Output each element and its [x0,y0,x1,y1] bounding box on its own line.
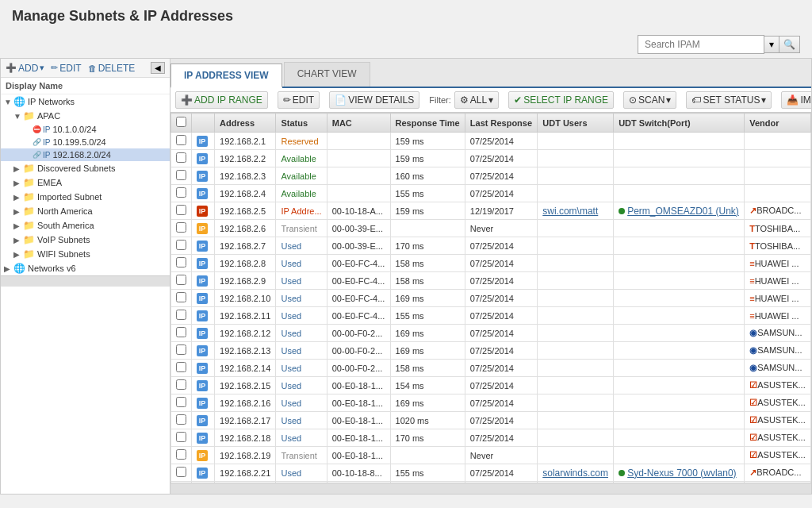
col-udt-users[interactable]: UDT Users [538,114,614,133]
row-checkbox[interactable] [176,397,186,407]
row-checkbox[interactable] [176,275,186,285]
row-checkbox-cell[interactable] [171,360,192,377]
row-checkbox[interactable] [176,414,186,425]
row-checkbox[interactable] [176,205,186,215]
delete-button[interactable]: 🗑 DELETE [88,63,136,74]
row-checkbox[interactable] [176,449,186,460]
row-checkbox[interactable] [176,257,186,267]
tree-item-10.1.0.0[interactable]: ⛔ IP 10.1.0.0/24 [1,123,170,136]
table-row: IP 192.168.2.18 Used 00-E0-18-1... 170 m… [171,429,811,447]
col-mac[interactable]: MAC [327,114,390,133]
col-status[interactable]: Status [276,114,327,133]
row-checkbox[interactable] [176,467,186,477]
import-button[interactable]: 📥 IMPORT ▾ [781,91,812,109]
row-checkbox[interactable] [176,310,186,320]
row-checkbox-cell[interactable] [171,237,192,255]
edit-button[interactable]: ✏ EDIT [51,63,81,74]
toolbar-edit-button[interactable]: ✏ EDIT [278,91,320,109]
udt-switch-link[interactable]: Perm_OMSEAZD01 (Unk) [627,206,739,217]
tree-item-192.168.2.0[interactable]: 🔗 IP 192.168.2.0/24 [1,148,170,161]
tree-item-south-america[interactable]: ▶ 📁 South America [1,218,170,233]
row-checkbox[interactable] [176,292,186,302]
row-checkbox[interactable] [176,379,186,390]
search-input[interactable] [638,35,764,54]
row-checkbox-cell[interactable] [171,167,192,185]
row-status: Used [276,307,327,325]
col-vendor[interactable]: Vendor [745,114,811,133]
select-all-checkbox[interactable] [176,117,186,127]
row-checkbox[interactable] [176,344,186,355]
row-checkbox[interactable] [176,327,186,337]
tree-item-networks-v6[interactable]: ▶ 🌐 Networks v6 [1,261,170,275]
row-udt-switch[interactable]: Syd-Nexus 7000 (wvlan0) [614,464,745,482]
row-checkbox-cell[interactable] [171,133,192,150]
set-status-button[interactable]: 🏷 SET STATUS ▾ [686,91,772,109]
row-checkbox-cell[interactable] [171,272,192,290]
sidebar-horizontal-scrollbar[interactable] [1,275,170,287]
row-checkbox-cell[interactable] [171,394,192,412]
row-checkbox-cell[interactable] [171,255,192,272]
tree-item-apac[interactable]: ▼ 📁 APAC [1,109,170,123]
row-checkbox[interactable] [176,152,186,163]
row-checkbox-cell[interactable] [171,202,192,220]
subnet-icon-10.1: IP [43,125,50,134]
row-checkbox[interactable] [176,187,186,198]
row-checkbox-cell[interactable] [171,150,192,167]
row-checkbox[interactable] [176,362,186,372]
row-udt-users[interactable]: swi.com\matt [538,202,614,220]
tree-item-discovered[interactable]: ▶ 📁 Discovered Subnets [1,161,170,175]
tree-item-imported[interactable]: ▶ 📁 Imported Subnet [1,190,170,204]
tree-label-north-america: North America [37,206,93,216]
add-button[interactable]: ➕ ADD ▾ [6,63,44,74]
row-checkbox-cell[interactable] [171,307,192,325]
row-checkbox-cell[interactable] [171,342,192,360]
row-response-time: 158 ms [390,272,465,290]
tree-item-north-america[interactable]: ▶ 📁 North America [1,204,170,218]
tab-ip-address-view[interactable]: IP ADDRESS VIEW [170,64,282,88]
tree-item-10.199.5.0[interactable]: 🔗 IP 10.199.5.0/24 [1,136,170,148]
table-row: IP 192.168.2.10 Used 00-E0-FC-4... 169 m… [171,290,811,307]
row-checkbox-cell[interactable] [171,325,192,342]
row-checkbox-cell[interactable] [171,290,192,307]
row-checkbox[interactable] [176,170,186,180]
tree-item-voip[interactable]: ▶ 📁 VoIP Subnets [1,233,170,247]
row-checkbox-cell[interactable] [171,447,192,464]
table-row: IP 192.168.2.21 Used 00-10-18-8... 155 m… [171,464,811,482]
col-udt-switch[interactable]: UDT Switch(Port) [614,114,745,133]
tree-item-wifi[interactable]: ▶ 📁 WIFI Subnets [1,247,170,261]
tab-chart-view[interactable]: CHART VIEW [284,62,370,87]
col-response-time[interactable]: Response Time [390,114,465,133]
col-last-response[interactable]: Last Response [465,114,537,133]
row-checkbox-cell[interactable] [171,464,192,482]
row-checkbox[interactable] [176,135,186,145]
row-checkbox-cell[interactable] [171,429,192,447]
add-ip-range-button[interactable]: ➕ ADD IP RANGE [175,91,268,109]
table-header-row: Address Status MAC Response Time Last Re… [171,114,811,133]
row-checkbox[interactable] [176,222,186,233]
udt-users-link[interactable]: solarwinds.com [542,468,608,479]
row-udt-switch [614,290,745,307]
row-udt-switch[interactable]: Perm_OMSEAZD01 (Unk) [614,202,745,220]
col-address[interactable]: Address [215,114,276,133]
row-checkbox-cell[interactable] [171,412,192,429]
all-filter-button[interactable]: ⚙ ALL ▾ [454,91,499,109]
view-details-button[interactable]: 📄 VIEW DETAILS [329,91,419,109]
horizontal-scrollbar[interactable] [170,483,811,494]
tree-item-ip-networks[interactable]: ▼ 🌐 IP Networks [1,94,170,109]
col-checkbox[interactable] [171,114,192,133]
row-response-time [390,447,465,464]
row-checkbox-cell[interactable] [171,220,192,237]
select-ip-range-button[interactable]: ✔ SELECT IP RANGE [508,91,614,109]
tree-item-emea[interactable]: ▶ 📁 EMEA [1,175,170,190]
sidebar-collapse-button[interactable]: ◀ [151,62,165,74]
search-dropdown-button[interactable]: ▾ [764,36,779,53]
udt-users-link[interactable]: swi.com\matt [542,206,598,217]
row-checkbox-cell[interactable] [171,377,192,394]
search-go-button[interactable]: 🔍 [779,36,800,53]
scan-button[interactable]: ⊙ SCAN ▾ [623,91,676,109]
row-udt-users[interactable]: solarwinds.com [538,464,614,482]
row-checkbox[interactable] [176,432,186,442]
row-checkbox-cell[interactable] [171,185,192,202]
row-checkbox[interactable] [176,240,186,250]
udt-switch-link[interactable]: Syd-Nexus 7000 (wvlan0) [627,468,736,479]
